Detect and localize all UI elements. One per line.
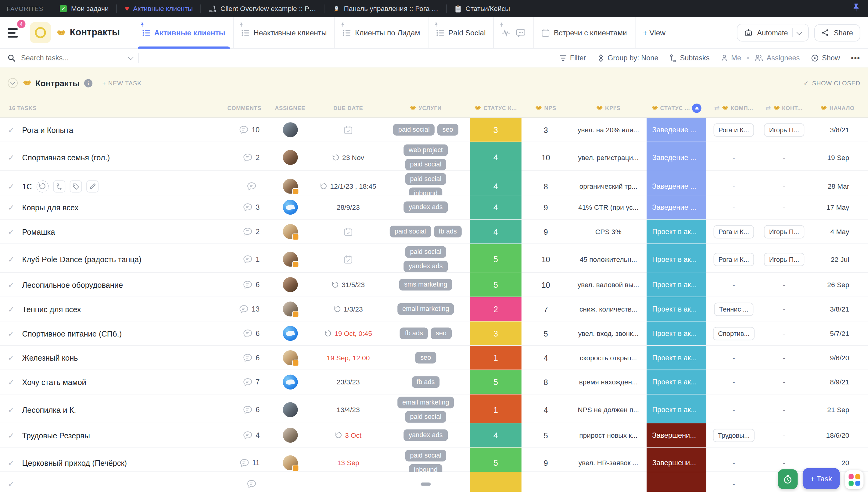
start-date-cell[interactable]: 9/6/20	[807, 354, 868, 362]
nps-cell[interactable]: 9	[522, 227, 570, 236]
status-k-cell[interactable]: 5	[470, 244, 522, 274]
task-row[interactable]: ✓ Ковры для всех 3 28/9/23 yandex ads 4 …	[0, 195, 868, 220]
tab-active-clients[interactable]: Активные клиенты	[134, 17, 233, 48]
contact-cell[interactable]: -	[761, 182, 807, 190]
column-status-k[interactable]: СТАТУС К...	[470, 104, 522, 111]
company-cell[interactable]: Трудовы...	[706, 428, 761, 442]
service-tag[interactable]: seo	[437, 124, 458, 136]
column-status2[interactable]: СТАТУС ...	[647, 103, 706, 113]
kpi-cell[interactable]: CPS 3%	[570, 228, 647, 235]
status-k-cell[interactable]: 3	[470, 322, 522, 345]
favorite-my-tasks[interactable]: ✓ Мои задачи	[52, 0, 117, 17]
avatar[interactable]	[283, 301, 298, 316]
due-date-cell[interactable]: 19 Sep, 12:00	[315, 354, 382, 362]
due-date-cell[interactable]: 1/3/23	[315, 305, 382, 313]
show-button[interactable]: Show	[811, 54, 840, 62]
task-status-check[interactable]: ✓	[0, 405, 22, 414]
avatar[interactable]	[283, 150, 298, 165]
company-cell[interactable]: Теннис ...	[706, 302, 761, 316]
due-date-cell[interactable]: 13 Sep	[315, 459, 382, 467]
comments-cell[interactable]: 7	[223, 378, 265, 386]
start-date-cell[interactable]: 28 Mar	[807, 182, 868, 190]
task-row[interactable]: ✓ 1С 12/1/23 , 18:45 paid socialinbound …	[0, 171, 868, 195]
comments-cell[interactable]: 10	[223, 126, 265, 134]
contact-cell[interactable]: -	[761, 153, 807, 162]
start-date-cell[interactable]: 8/9/21	[807, 378, 868, 386]
comments-cell[interactable]: 2	[223, 153, 265, 162]
kpi-cell[interactable]: прирост новых к...	[570, 431, 647, 439]
task-row[interactable]: ✓ Ромашка 2 paid socialfb ads 4 9 CPS 3%…	[0, 220, 868, 244]
start-date-cell[interactable]: 18/6/20	[807, 431, 868, 439]
company-cell[interactable]: -	[706, 182, 761, 190]
task-name[interactable]: Хочу стать мамой	[22, 378, 224, 387]
comments-cell[interactable]: 13	[223, 305, 265, 313]
kpi-cell[interactable]: увел. регистраци...	[570, 154, 647, 161]
nps-cell[interactable]: 10	[522, 153, 570, 162]
column-assignee[interactable]: ASSIGNEE	[265, 105, 315, 111]
add-view-button[interactable]: + View	[635, 17, 673, 48]
comments-cell[interactable]: 3	[223, 203, 265, 211]
column-nps[interactable]: NPS	[522, 104, 570, 111]
favorite-client-overview[interactable]: Client Overview example :: P…	[201, 0, 324, 17]
start-date-cell[interactable]: 4 May	[807, 228, 868, 235]
contact-cell[interactable]: -	[761, 405, 807, 414]
apps-grid-button[interactable]	[845, 470, 864, 489]
assignee-cell[interactable]	[265, 224, 315, 239]
contact-cell[interactable]: Игорь П...	[761, 123, 807, 137]
services-tags-cell[interactable]: yandex ads	[382, 427, 470, 443]
comments-cell[interactable]: 4	[223, 431, 265, 439]
status2-cell[interactable]: Проект в ак...	[647, 346, 706, 369]
task-status-check[interactable]: ✓	[0, 353, 22, 362]
favorite-dashboard[interactable]: Панель управления :: Рога …	[324, 0, 446, 17]
service-tag[interactable]	[420, 482, 431, 486]
task-row[interactable]: ✓ Хочу стать мамой 7 23/3/23 fb ads 5 8 …	[0, 370, 868, 394]
contact-cell[interactable]: -	[761, 329, 807, 338]
more-options-button[interactable]: •••	[851, 54, 860, 62]
search-box[interactable]	[8, 53, 133, 63]
group-by-button[interactable]: Group by: None	[597, 54, 658, 62]
due-date-cell[interactable]	[315, 255, 382, 264]
status-k-cell[interactable]: 1	[470, 346, 522, 369]
status2-cell[interactable]: Проект в ак...	[647, 273, 706, 297]
services-tags-cell[interactable]: sms marketing	[382, 277, 470, 293]
services-tags-cell[interactable]: paid socialseo	[382, 122, 470, 138]
comments-cell[interactable]	[223, 182, 265, 190]
time-tracking-button[interactable]	[778, 469, 798, 489]
assignee-cell[interactable]	[265, 122, 315, 137]
status-k-cell[interactable]: 4	[470, 142, 522, 173]
status-k-cell[interactable]: 3	[470, 118, 522, 142]
nps-cell[interactable]: 5	[522, 431, 570, 440]
task-name[interactable]: Церковный приход (Печёрск)	[22, 459, 224, 467]
column-due-date[interactable]: DUE DATE	[315, 105, 382, 111]
nps-cell[interactable]: 4	[522, 353, 570, 362]
contact-cell[interactable]: -	[761, 203, 807, 211]
start-date-cell[interactable]: 19 Sep	[807, 154, 868, 161]
service-tag[interactable]: paid social	[393, 124, 435, 136]
status-k-cell[interactable]	[470, 472, 522, 492]
assignee-cell[interactable]	[265, 252, 315, 267]
new-task-button[interactable]: + NEW TASK	[102, 79, 142, 86]
contact-cell[interactable]: Игорь П...	[761, 253, 807, 266]
nps-cell[interactable]: 9	[522, 203, 570, 212]
company-cell[interactable]: -	[706, 378, 761, 386]
avatar[interactable]	[283, 428, 298, 443]
company-cell[interactable]: -	[706, 280, 761, 289]
services-tags-cell[interactable]: email marketingpaid social	[382, 394, 470, 425]
services-tags-cell[interactable]: paid socialfb ads	[382, 223, 470, 240]
comments-cell[interactable]: 6	[223, 405, 265, 414]
column-nachalo[interactable]: НАЧАЛО	[807, 104, 868, 111]
task-status-check[interactable]: ✓	[0, 125, 22, 134]
task-name[interactable]: Ромашка	[22, 227, 224, 236]
task-row[interactable]: ✓ Рога и Копыта 10 paid socialseo 3 3 ув…	[0, 118, 868, 142]
task-status-check[interactable]: ✓	[0, 304, 22, 313]
task-name[interactable]: Рога и Копыта	[22, 125, 224, 134]
status2-cell[interactable]: Заведение ...	[647, 195, 706, 219]
avatar[interactable]	[283, 179, 298, 194]
start-date-cell[interactable]: 3/8/21	[807, 305, 868, 313]
company-cell[interactable]: -	[706, 203, 761, 211]
service-tag[interactable]: seo	[415, 352, 436, 363]
company-cell[interactable]: Рога и К...	[706, 253, 761, 266]
services-tags-cell[interactable]: fb adsseo	[382, 325, 470, 341]
company-cell[interactable]: Рога и К...	[706, 225, 761, 238]
me-filter-button[interactable]: Me	[721, 54, 741, 62]
